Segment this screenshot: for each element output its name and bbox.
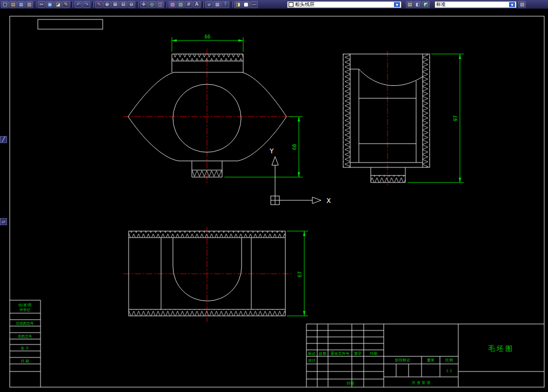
style-combo-value: 标准 (436, 1, 446, 8)
title-block: 标记 处数 更改文件号 签字 日期 设计 日期 阶段标记 重量 比例 1:1 共… (306, 324, 544, 387)
layer-combo[interactable]: 粗头线层 ▼ (287, 1, 402, 8)
top-view: 67 (123, 227, 308, 322)
front-height-dimension: 60 (292, 144, 297, 150)
rev-header-date: 日期 (370, 352, 377, 356)
pan-icon[interactable]: ✛ (140, 1, 148, 8)
front-view: 66 60 (123, 34, 303, 185)
scale-value: 1:1 (446, 369, 452, 373)
layer-previous-icon[interactable]: ◧ (414, 1, 422, 8)
copy-icon[interactable]: ▣ (46, 1, 54, 8)
hatch-icon[interactable]: ▨ (177, 1, 184, 8)
toolbar: ▢▤▦▥✂▣◪✎↶↷✎⊕⊞⊟⊖✛◎◫▧▨#A⌀▦?◨■— 粗头线层 ▼ ▤◧◩ … (0, 0, 548, 9)
borrow-label-line2: 件登记 (19, 308, 30, 312)
top-height-dimension: 67 (297, 272, 303, 278)
toolbar-separator (137, 2, 138, 8)
cut-icon[interactable]: ✂ (38, 1, 45, 8)
style-combo[interactable]: 标准 ▼ (435, 1, 517, 8)
weight-label: 重量 (427, 358, 435, 362)
toolbar-separator (92, 2, 93, 8)
linetype-icon[interactable]: — (250, 1, 258, 8)
layer-combo-arrow-icon[interactable]: ▼ (394, 2, 400, 7)
table-icon[interactable]: # (185, 1, 192, 8)
sheet-count-label: 共 张 第 张 (412, 381, 431, 385)
zoom-realtime-icon[interactable]: ⊕ (103, 1, 111, 8)
drawing-title: 毛坯图 (488, 344, 514, 353)
tracing-no-label: 底图总号 (18, 334, 32, 339)
drawing-canvas[interactable]: 66 60 97 (0, 9, 548, 392)
date-label: 日期 (346, 381, 354, 386)
toolbar-separator (165, 2, 167, 8)
toolbar-left-group: ▢▤▦▥✂▣◪✎↶↷✎⊕⊞⊟⊖✛◎◫▧▨#A⌀▦?◨■— (1, 1, 258, 8)
rev-header-change-doc: 更改文件号 (331, 351, 350, 356)
zoom-window-icon[interactable]: ⊞ (111, 1, 119, 8)
front-width-dimension: 66 (205, 34, 211, 39)
signature-label: 签 字 (21, 346, 29, 350)
calculator-icon[interactable]: ▦ (213, 1, 221, 8)
stage-mark-label: 阶段标记 (395, 358, 410, 362)
help-icon[interactable]: ? (222, 1, 229, 8)
designer-label: 设计 (308, 359, 316, 363)
old-tracing-no-label: 旧底图总号 (16, 321, 34, 326)
text-icon[interactable]: A (193, 1, 201, 8)
toolbar-separator (231, 2, 232, 8)
toolbar-separator (35, 2, 36, 8)
borrow-label-line1: 借(通)用 (18, 303, 32, 307)
date-row-label: 日 期 (21, 359, 29, 363)
rev-header-mark: 标记 (308, 352, 316, 356)
ucs-x-label: X (326, 197, 331, 205)
toolbar-mid-group: ▤◧◩ (406, 1, 430, 8)
side-view: 97 (343, 51, 464, 187)
style-combo-arrow-icon[interactable]: ▼ (509, 2, 515, 7)
rev-header-signature: 签字 (354, 352, 362, 356)
named-views-icon[interactable]: ◫ (156, 1, 164, 8)
plot-icon[interactable]: ▥ (25, 1, 33, 8)
erase-icon[interactable]: ▱ (0, 218, 7, 225)
paste-icon[interactable]: ◪ (54, 1, 62, 8)
ucs-icon: Y X (269, 147, 331, 205)
match-properties-icon[interactable]: ✎ (62, 1, 70, 8)
open-icon[interactable]: ▤ (9, 1, 17, 8)
rev-header-count: 处数 (319, 352, 327, 356)
scale-label: 比例 (445, 358, 453, 362)
ucs-y-label: Y (269, 147, 274, 155)
block-icon[interactable]: ▧ (169, 1, 176, 8)
orbit-icon[interactable]: ◎ (148, 1, 156, 8)
toolbar-right-group: ▨ (518, 1, 526, 8)
make-object-layer-icon[interactable]: ◩ (422, 1, 430, 8)
drawing-svg: 66 60 97 (0, 9, 548, 392)
left-register-block: 借(通)用 件登记 旧底图总号 底图总号 签 字 日 期 (10, 300, 41, 387)
layer-combo-value: 粗头线层 (295, 1, 315, 8)
save-icon[interactable]: ▦ (17, 1, 25, 8)
undo-icon[interactable]: ↶ (75, 1, 82, 8)
distance-icon[interactable]: ⌀ (205, 1, 213, 8)
layer-color-swatch (289, 2, 293, 7)
side-height-dimension: 97 (453, 116, 458, 121)
new-icon[interactable]: ▢ (1, 1, 9, 8)
layer-properties-icon[interactable]: ▤ (406, 1, 413, 8)
draw-line-icon[interactable]: ╱ (0, 136, 7, 143)
zoom-previous-icon[interactable]: ⊟ (119, 1, 127, 8)
properties-panel-icon[interactable]: ▨ (518, 1, 526, 8)
redo-icon[interactable]: ↷ (83, 1, 90, 8)
redraw-icon[interactable]: ✎ (95, 1, 103, 8)
layer-states-icon[interactable]: ◨ (234, 1, 242, 8)
color-control-icon[interactable]: ■ (242, 1, 250, 8)
zoom-out-icon[interactable]: ⊖ (128, 1, 135, 8)
toolbar-separator (71, 2, 73, 8)
sheet-frame (10, 16, 544, 387)
toolbar-separator (202, 2, 204, 8)
